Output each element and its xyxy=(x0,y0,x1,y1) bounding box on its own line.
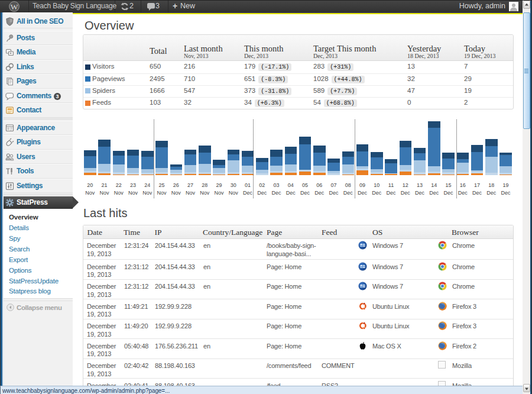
svg-text:W: W xyxy=(11,2,18,11)
